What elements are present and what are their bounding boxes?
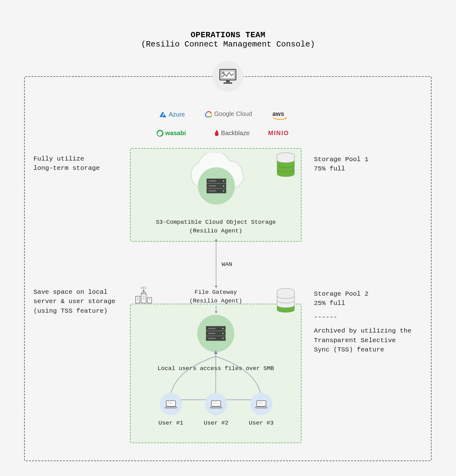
svg-rect-41 <box>165 407 177 408</box>
svg-rect-36 <box>208 338 215 339</box>
database-icon <box>276 288 295 313</box>
svg-point-9 <box>223 180 224 182</box>
svg-point-31 <box>222 328 224 329</box>
user3-label: User #3 <box>244 419 279 428</box>
svg-point-33 <box>222 338 224 339</box>
user1-node <box>160 393 182 415</box>
server-icon <box>206 178 227 194</box>
diagram-subtitle: (Resilio Connect Management Console) <box>0 40 456 49</box>
svg-rect-2 <box>226 81 230 82</box>
svg-rect-35 <box>208 333 215 334</box>
database-icon <box>276 152 295 177</box>
cloud-caption: S3-Compatible Cloud Object Storage (Resi… <box>131 218 301 235</box>
user3-node <box>250 393 272 415</box>
logo-backblaze: Backblaze <box>214 130 250 137</box>
svg-rect-49 <box>255 407 267 408</box>
diagram-title: OPERATIONS TEAM <box>0 30 456 40</box>
svg-rect-14 <box>209 190 216 192</box>
laptop-icon <box>164 399 177 409</box>
cloud-storage-box: S3-Compatible Cloud Object Storage (Resi… <box>130 148 302 242</box>
laptop-icon <box>255 399 268 409</box>
monitor-icon <box>219 68 237 84</box>
logo-aws: aws <box>272 110 284 117</box>
user2-label: User #2 <box>199 419 233 428</box>
logo-wasabi: wasabi <box>157 130 186 137</box>
cloud-server-node <box>198 167 235 205</box>
logo-azure: Azure <box>159 111 185 118</box>
pool2-label: Storage Pool 2 25% full ------ Archived … <box>314 289 411 355</box>
svg-point-32 <box>222 333 224 334</box>
pool1-label: Storage Pool 1 75% full <box>314 155 368 174</box>
svg-rect-45 <box>210 407 222 408</box>
laptop-icon <box>210 399 223 409</box>
svg-point-11 <box>223 190 224 192</box>
console-badge <box>212 61 243 92</box>
logo-minio: MINIO <box>268 130 289 137</box>
wan-connector <box>215 239 217 288</box>
gateway-caption: File Gateway (Resilio Agent) <box>130 288 302 305</box>
svg-rect-34 <box>208 328 215 329</box>
svg-rect-12 <box>209 180 216 182</box>
logo-google-cloud: Google Cloud <box>204 110 252 117</box>
user2-node <box>205 393 227 415</box>
caption-long-term: Fully utilize long-term storage <box>33 154 100 173</box>
svg-point-10 <box>223 185 224 187</box>
svg-rect-13 <box>209 185 216 187</box>
wan-label: WAN <box>222 260 232 269</box>
caption-save-space: Save space on local server & user storag… <box>33 288 115 316</box>
svg-point-5 <box>157 130 163 136</box>
gateway-arrow <box>215 306 217 314</box>
svg-rect-3 <box>224 82 232 84</box>
gateway-server-node <box>197 315 234 352</box>
user1-label: User #1 <box>154 419 188 428</box>
server-icon <box>206 326 226 341</box>
